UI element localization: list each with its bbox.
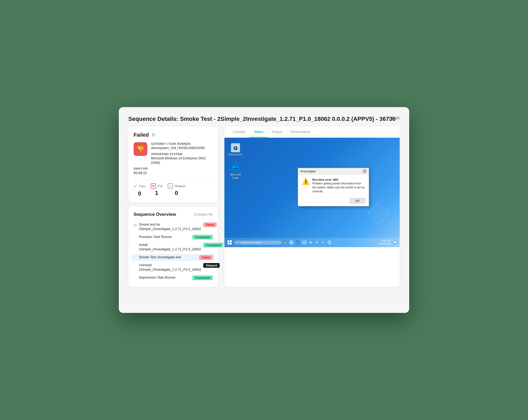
collapse-all-button[interactable]: (Collapse All): [194, 213, 213, 216]
tab-video[interactable]: Video: [250, 127, 267, 137]
ran-for-label: Ran for:: [134, 167, 213, 170]
taskbar-icon-2[interactable]: [289, 240, 294, 245]
taskbar-icon-edge[interactable]: [295, 240, 300, 245]
edge-icon: Microsoft Edge: [228, 163, 243, 180]
checkmark-icon: ✓: [134, 183, 138, 189]
status-label: Failed: [134, 132, 149, 138]
fail-label: Fail: [158, 184, 162, 188]
seq-item-name: Provision Task Runner: [134, 235, 172, 240]
status-badge: Failed: [199, 255, 213, 260]
svg-rect-14: [303, 242, 305, 243]
seq-item-name: Install 2Simple_2Investigate_1.2.71_P1.0…: [134, 243, 201, 252]
svg-point-5: [233, 168, 238, 170]
edge-label: Microsoft Edge: [228, 173, 243, 180]
taskbar-icon-4[interactable]: 🛍: [308, 240, 313, 245]
tab-console[interactable]: Console: [229, 127, 250, 137]
taskbar: 🔍 Type here to search 🦜: [224, 238, 400, 247]
fail-value: 1: [155, 190, 158, 197]
skipped-metric: ▷ Skipped 0: [168, 183, 185, 197]
ran-for-value: 00:09:22: [134, 171, 213, 175]
taskbar-icon-5[interactable]: ✉: [314, 240, 319, 245]
chevron-left-icon: ‹: [389, 116, 390, 120]
doc-icon: ▤: [134, 223, 137, 227]
seq-item-name: Deprovision Task Runner: [134, 275, 176, 280]
recycle-bin-icon: ♻ Recycle Bin: [228, 143, 243, 156]
seq-item-inner: Uninstall 2Simple_2Investigate_1.2.71_P1…: [134, 263, 201, 272]
status-badge: Completed: [192, 235, 213, 240]
pass-value: 0: [138, 190, 141, 197]
skipped-metric-header: ▷ Skipped: [168, 183, 185, 189]
taskbar-icon-1[interactable]: 🦜: [282, 240, 288, 245]
status-header: Failed ↻: [134, 132, 213, 138]
refresh-icon[interactable]: ↻: [152, 132, 155, 138]
metrics-row: ✓ Pass 0 ✕ Fail 1 ▷: [134, 179, 213, 197]
skipped-value: 0: [175, 190, 178, 197]
dialog-title: 2Investigate: [300, 170, 316, 173]
status-card: Failed ↻ 👎 Gateway | Task Runner: demosy…: [128, 127, 218, 202]
list-item[interactable]: Install 2Simple_2Investigate_1.2.71_P1.0…: [134, 241, 213, 254]
taskbar-search[interactable]: 🔍 Type here to search: [234, 241, 281, 245]
list-item[interactable]: ▤ Smoke test for 2Simple_2Investigate_1.…: [134, 221, 213, 233]
taskbar-icon-6[interactable]: ✔: [320, 240, 326, 245]
search-icon: 🔍: [237, 241, 240, 244]
os-value: Microsoft Windows 10 Enterprise 20H2 (20…: [151, 156, 213, 165]
tab-performance[interactable]: Performance: [286, 127, 314, 137]
content-area: Failed ↻ 👎 Gateway | Task Runner: demosy…: [128, 127, 400, 287]
sequence-card: Sequence Overview (Collapse All) ▤ Smoke…: [128, 207, 218, 287]
recycle-bin-label: Recycle Bin: [229, 153, 243, 156]
notification-icon[interactable]: 💬: [392, 240, 398, 245]
x-icon: ✕: [151, 183, 156, 189]
dialog-close-button[interactable]: ✕: [362, 169, 367, 173]
gateway-label: Gateway | Task Runner:: [151, 142, 213, 145]
dialog-titlebar: 2Investigate ✕: [298, 168, 369, 175]
pass-metric: ✓ Pass 0: [134, 183, 145, 197]
dialog-footer: OK: [298, 197, 369, 206]
svg-point-16: [329, 241, 330, 242]
list-item[interactable]: Provision Task Runner Completed: [134, 233, 213, 241]
pass-metric-header: ✓ Pass: [134, 183, 145, 189]
os-label: Operating System:: [151, 152, 213, 156]
seq-item-inner: Deprovision Task Runner: [134, 275, 190, 280]
windows-logo-decoration: [365, 200, 392, 226]
sequence-header: Sequence Overview (Collapse All): [134, 212, 213, 217]
gateway-value: demosystem_GW | BASELINEENVM1: [151, 146, 213, 150]
list-item[interactable]: Smoke Test 2Investigate.exe Failed: [131, 254, 215, 261]
skipped-label: Skipped: [175, 184, 185, 188]
status-badge: Completed: [192, 275, 213, 280]
seq-item-name: Smoke test for 2Simple_2Investigate_1.2.…: [139, 222, 201, 232]
back-button[interactable]: ‹ Back: [389, 116, 400, 120]
seq-item-inner: Provision Task Runner: [134, 235, 190, 240]
main-window: Sequence Details: Smoke Test - 2Simple_2…: [119, 107, 409, 313]
fail-metric: ✕ Fail 1: [151, 183, 162, 197]
svg-point-11: [296, 242, 299, 244]
left-panel: Failed ↻ 👎 Gateway | Task Runner: demosy…: [128, 127, 218, 287]
sequence-title: Sequence Overview: [134, 212, 176, 217]
dialog-message-line1: Run-time error '484':: [312, 178, 365, 182]
taskbar-icon-3[interactable]: [301, 240, 307, 245]
video-container: ♻ Recycle Bin: [224, 138, 400, 247]
ran-for-section: Ran for: 00:09:22: [134, 167, 213, 175]
pass-label: Pass: [139, 185, 145, 188]
dialog-ok-button[interactable]: OK: [350, 198, 365, 203]
status-badge: Skipped: [203, 263, 220, 268]
dialog-body: ⚠️ Run-time error '484': Problem getting…: [298, 175, 369, 197]
list-item[interactable]: Deprovision Task Runner Completed: [134, 274, 213, 282]
svg-rect-13: [303, 242, 305, 242]
desktop-background: ♻ Recycle Bin: [224, 138, 400, 247]
page-title: Sequence Details: Smoke Test - 2Simple_2…: [128, 116, 400, 122]
status-icon: 👎: [134, 142, 147, 156]
status-badge: Failed: [203, 222, 217, 227]
dialog-message: Run-time error '484': Problem getting pr…: [312, 178, 365, 193]
skip-icon: ▷: [168, 183, 173, 189]
taskbar-icons: 🦜 🛍 ✉ ✔: [282, 240, 332, 245]
taskbar-icon-7[interactable]: [327, 240, 332, 245]
fail-metric-header: ✕ Fail: [151, 183, 162, 189]
seq-item-inner: Install 2Simple_2Investigate_1.2.71_P1.0…: [134, 243, 201, 252]
tab-output[interactable]: Output: [267, 127, 286, 137]
right-panel: Console Video Output Performance ♻: [224, 127, 400, 287]
list-item[interactable]: Uninstall 2Simple_2Investigate_1.2.71_P1…: [134, 261, 213, 274]
seq-item-name: Smoke Test 2Investigate.exe: [134, 255, 181, 260]
seq-item-inner: ▤ Smoke test for 2Simple_2Investigate_1.…: [134, 222, 201, 232]
windows-start-button[interactable]: [227, 239, 233, 246]
dialog-message-line2: Problem getting printer information from…: [312, 182, 365, 193]
